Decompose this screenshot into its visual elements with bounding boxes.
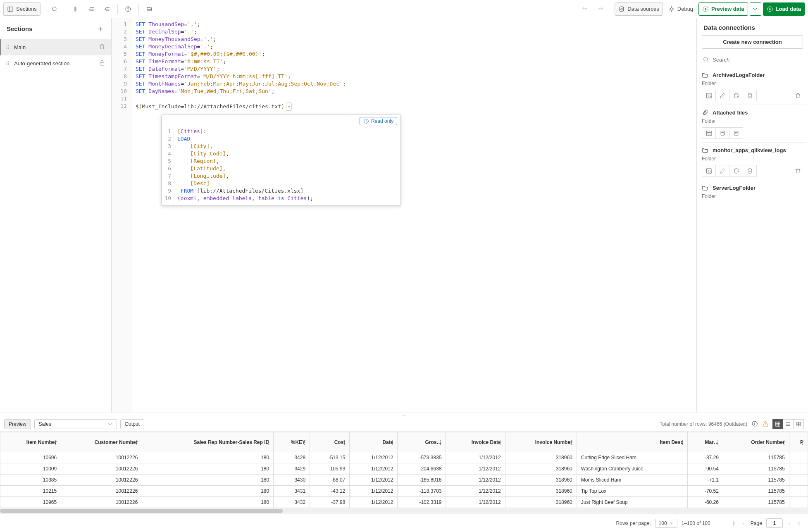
column-header[interactable]: Gros…⋮ <box>398 432 446 452</box>
conn-insert[interactable] <box>729 165 743 177</box>
column-header[interactable]: Customer Number⋮ <box>61 432 142 452</box>
preview-panel-button[interactable] <box>142 2 156 16</box>
table-cell: 3431 <box>274 486 310 497</box>
create-connection-button[interactable]: Create new connection <box>702 35 803 49</box>
conn-select-data[interactable] <box>702 90 716 101</box>
column-menu-icon[interactable]: ⋮ <box>438 439 443 445</box>
column-header[interactable]: Mar…⋮ <box>688 432 723 452</box>
last-page-button[interactable]: ›| <box>796 520 802 526</box>
column-header[interactable]: Invoice Date⋮ <box>446 432 505 452</box>
table-row[interactable]: 10385100122261803430-88.071/12/2012-165.… <box>0 475 808 486</box>
conn-select-data[interactable] <box>702 165 716 177</box>
conn-preview[interactable] <box>743 165 757 177</box>
rows-per-page-select[interactable]: 100 <box>655 519 677 528</box>
connection-title[interactable]: ArchivedLogsFolder <box>702 72 805 78</box>
column-menu-icon[interactable]: ⋮ <box>680 439 685 445</box>
info-icon[interactable] <box>751 420 758 428</box>
prev-page-button[interactable]: ‹ <box>741 520 746 526</box>
svg-rect-68 <box>796 425 798 426</box>
column-header[interactable]: Invoice Number⋮ <box>505 432 577 452</box>
svg-point-18 <box>670 7 673 10</box>
column-header[interactable]: Date⋮ <box>350 432 398 452</box>
column-menu-icon[interactable]: ⋮ <box>390 439 395 445</box>
comment-toggle-button[interactable] <box>69 2 83 16</box>
conn-insert[interactable] <box>729 90 743 101</box>
add-section-button[interactable]: ＋ <box>96 23 105 34</box>
preview-data-button[interactable]: Preview data <box>698 2 748 16</box>
preview-tab[interactable]: Preview <box>4 419 31 429</box>
conn-insert[interactable] <box>715 127 729 139</box>
undo-button[interactable] <box>578 2 592 16</box>
table-row[interactable]: 10965100122261803432-37.981/12/2012-102.… <box>0 497 808 508</box>
data-sources-button[interactable]: Data sources <box>615 2 663 16</box>
table-row[interactable]: 10009100122261803429-105.931/12/2012-204… <box>0 463 808 475</box>
debug-button[interactable]: Debug <box>665 2 697 16</box>
column-header[interactable]: Order Number⋮ <box>723 432 789 452</box>
column-header[interactable]: P⋮ <box>789 432 808 452</box>
connections-list[interactable]: ArchivedLogsFolderFolderAttached filesFo… <box>697 67 808 413</box>
column-header[interactable]: %KEY⋮ <box>274 432 310 452</box>
editor-code[interactable]: SET ThousandSep=','; SET DecimalSep='.';… <box>131 18 696 413</box>
script-editor[interactable]: 123456789101112 SET ThousandSep=','; SET… <box>112 18 696 413</box>
column-menu-icon[interactable]: ⋮ <box>302 439 307 445</box>
column-menu-icon[interactable]: ⋮ <box>782 439 787 445</box>
page-input[interactable] <box>766 518 783 528</box>
preview-table-wrap[interactable]: Item Number⋮Customer Number⋮Sales Rep Nu… <box>0 432 808 508</box>
connection-search[interactable] <box>697 54 808 67</box>
conn-delete[interactable] <box>791 165 805 177</box>
conn-edit[interactable] <box>715 90 729 101</box>
column-header[interactable]: Sales Rep Number-Sales Rep ID⋮ <box>142 432 274 452</box>
next-page-button[interactable]: › <box>787 520 792 526</box>
first-page-button[interactable]: |‹ <box>731 520 737 526</box>
column-menu-icon[interactable]: ⋮ <box>134 439 139 445</box>
svg-rect-67 <box>799 422 801 424</box>
warning-icon[interactable] <box>762 420 769 428</box>
conn-preview[interactable] <box>743 90 757 101</box>
table-cell: 3428 <box>274 452 310 463</box>
delete-section-icon[interactable] <box>99 43 105 51</box>
conn-select-data[interactable] <box>702 127 716 139</box>
connection-title[interactable]: ServerLogFolder <box>702 184 805 191</box>
section-item-main[interactable]: ⠿ Main <box>0 39 111 55</box>
view-grid-icon[interactable] <box>793 419 804 429</box>
conn-delete[interactable] <box>791 90 805 101</box>
indent-button[interactable] <box>84 2 98 16</box>
column-menu-icon[interactable]: ⋮ <box>266 439 271 445</box>
outdent-button[interactable] <box>100 2 114 16</box>
column-menu-icon[interactable]: ⋮ <box>569 439 574 445</box>
connection-title[interactable]: monitor_apps_qlikview_logs <box>702 147 805 153</box>
column-menu-icon[interactable]: ⋮ <box>715 439 720 445</box>
view-table-icon[interactable] <box>772 419 783 429</box>
table-row[interactable]: 10215100122261803431-43.121/12/2012-118.… <box>0 486 808 497</box>
output-tab[interactable]: Output <box>120 419 144 429</box>
column-menu-icon[interactable]: ⋮ <box>800 439 805 445</box>
drag-handle-icon[interactable]: ⠿ <box>6 62 10 65</box>
preview-table-select[interactable]: Sales <box>34 419 117 429</box>
table-cell: 1/12/2012 <box>446 497 505 508</box>
preview-resize-handle[interactable]: ⸺ <box>0 413 808 417</box>
column-menu-icon[interactable]: ⋮ <box>498 439 503 445</box>
help-button[interactable] <box>121 2 135 16</box>
column-header[interactable]: Cost⋮ <box>310 432 350 452</box>
column-menu-icon[interactable]: ⋮ <box>53 439 58 445</box>
section-item-autogen[interactable]: ⠿ Auto-generated section <box>0 55 111 72</box>
connection-title[interactable]: Attached files <box>702 109 805 116</box>
table-cell: 318960 <box>505 497 577 508</box>
sections-toggle-button[interactable]: Sections <box>3 2 41 16</box>
column-header[interactable]: Item Number⋮ <box>0 432 61 452</box>
drag-handle-icon[interactable]: ⠿ <box>6 46 10 49</box>
load-data-button[interactable]: Load data <box>763 2 805 16</box>
expand-include-button[interactable]: ↔ <box>286 103 292 111</box>
table-cell: 180 <box>142 475 274 486</box>
connection-search-input[interactable] <box>713 57 802 63</box>
preview-data-dropdown[interactable] <box>750 2 761 16</box>
column-menu-icon[interactable]: ⋮ <box>342 439 347 445</box>
table-row[interactable]: 10696100122261803428-513.151/12/2012-573… <box>0 452 808 463</box>
horizontal-scrollbar[interactable] <box>0 508 808 514</box>
column-header[interactable]: Item Desc⋮ <box>577 432 687 452</box>
conn-edit[interactable] <box>715 165 729 177</box>
conn-preview[interactable] <box>729 127 743 139</box>
view-list-icon[interactable] <box>783 419 794 429</box>
redo-button[interactable] <box>593 2 608 16</box>
search-button[interactable] <box>48 2 62 16</box>
